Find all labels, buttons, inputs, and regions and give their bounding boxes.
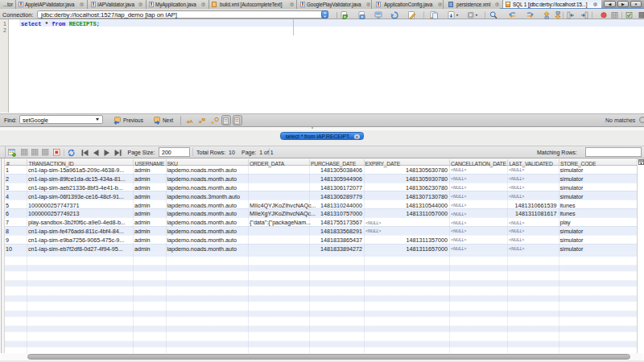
svg-text:aA: aA [187, 118, 193, 123]
svg-text:a: a [199, 119, 202, 124]
